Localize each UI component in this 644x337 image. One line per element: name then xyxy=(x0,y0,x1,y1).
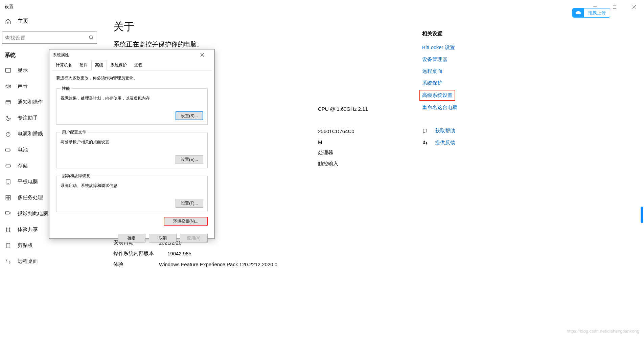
cloud-upload-icon xyxy=(573,8,584,17)
scrollbar-thumb[interactable] xyxy=(641,207,643,223)
sidebar-item-label: 电源和睡眠 xyxy=(18,131,43,137)
dialog-close-button[interactable] xyxy=(200,53,211,57)
svg-point-16 xyxy=(7,166,7,166)
dialog-hint: 要进行大多数更改，你必须作为管理员登录。 xyxy=(56,75,208,81)
tab-advanced[interactable]: 高级 xyxy=(91,61,107,70)
link-system-protection[interactable]: 系统保护 xyxy=(422,77,520,89)
performance-settings-button[interactable]: 设置(S)... xyxy=(176,111,203,120)
sidebar-item-label: 电池 xyxy=(18,147,28,153)
group-desc: 系统启动、系统故障和调试信息 xyxy=(61,183,203,189)
svg-rect-6 xyxy=(6,68,11,72)
svg-rect-21 xyxy=(6,198,8,200)
help-icon xyxy=(422,128,429,134)
sound-icon xyxy=(5,83,12,89)
clipboard-icon xyxy=(5,243,12,249)
spec-touch-fragment: 触控输入 xyxy=(318,161,338,167)
page-subtitle: 系统正在监控并保护你的电脑。 xyxy=(113,40,634,49)
notifications-icon xyxy=(5,99,12,105)
group-legend: 性能 xyxy=(61,86,71,91)
svg-rect-35 xyxy=(423,142,425,144)
spec-id-fragment: 25601CD764C0 xyxy=(318,128,354,134)
spec-value: 19042.985 xyxy=(167,251,191,256)
power-icon xyxy=(5,131,12,137)
system-properties-dialog: 系统属性 计算机名 硬件 高级 系统保护 远程 要进行大多数更改，你必须作为管理… xyxy=(49,49,215,239)
remote-icon xyxy=(5,258,12,265)
watermark: https://blog.csdn.net/dishengtiankong xyxy=(567,329,639,334)
display-icon xyxy=(5,67,12,73)
sidebar-item-label: 存储 xyxy=(18,163,28,169)
svg-point-36 xyxy=(426,142,427,143)
spec-processor-fragment: 处理器 xyxy=(318,150,333,156)
upload-badge[interactable]: 拖拽上传 xyxy=(572,8,610,18)
tab-system-protection[interactable]: 系统保护 xyxy=(107,61,131,70)
link-rename-pc[interactable]: 重命名这台电脑 xyxy=(422,102,520,113)
cancel-button[interactable]: 取消 xyxy=(149,234,177,243)
svg-line-5 xyxy=(92,38,93,39)
shared-icon xyxy=(5,227,12,233)
search-input-wrapper[interactable] xyxy=(2,31,97,44)
startup-recovery-settings-button[interactable]: 设置(T)... xyxy=(176,199,203,208)
help-label: 获取帮助 xyxy=(435,128,455,134)
svg-point-24 xyxy=(6,228,7,229)
upload-badge-label: 拖拽上传 xyxy=(584,10,610,16)
close-button[interactable] xyxy=(624,0,644,14)
svg-marker-8 xyxy=(6,84,8,88)
link-remote-desktop[interactable]: 远程桌面 xyxy=(422,65,520,77)
dialog-titlebar: 系统属性 xyxy=(49,49,214,60)
search-input[interactable] xyxy=(5,35,89,41)
link-bitlocker[interactable]: BitLocker 设置 xyxy=(422,42,520,54)
feedback-label: 提供反馈 xyxy=(435,140,455,146)
svg-point-26 xyxy=(6,231,7,232)
sidebar-item-label: 多任务处理 xyxy=(18,194,43,201)
tablet-icon xyxy=(5,179,12,185)
battery-icon xyxy=(5,147,12,153)
svg-point-34 xyxy=(423,141,425,142)
dialog-tabs: 计算机名 硬件 高级 系统保护 远程 xyxy=(52,60,212,70)
home-icon xyxy=(5,18,12,24)
group-legend: 用户配置文件 xyxy=(61,129,88,135)
svg-rect-22 xyxy=(8,198,10,200)
focus-icon xyxy=(5,115,12,121)
tab-computer-name[interactable]: 计算机名 xyxy=(52,61,76,70)
apply-button[interactable]: 应用(A) xyxy=(180,234,208,243)
tab-hardware[interactable]: 硬件 xyxy=(76,61,91,70)
sidebar-home-label: 主页 xyxy=(18,18,28,25)
page-title: 关于 xyxy=(113,20,634,34)
group-legend: 启动和故障恢复 xyxy=(61,173,92,179)
sidebar-item-label: 远程桌面 xyxy=(18,258,38,265)
sidebar-item-label: 体验共享 xyxy=(18,226,38,233)
project-icon xyxy=(5,211,12,217)
sidebar-item-label: 通知和操作 xyxy=(18,99,43,105)
svg-point-4 xyxy=(89,36,92,39)
sidebar-item-remote[interactable]: 远程桌面 xyxy=(0,253,103,266)
spec-label: 操作系统内部版本 xyxy=(113,250,167,257)
link-get-help[interactable]: 获取帮助 xyxy=(422,125,520,137)
sidebar-item-label: 平板电脑 xyxy=(18,178,38,185)
ok-button[interactable]: 确定 xyxy=(118,234,145,243)
sidebar-item-label: 专注助手 xyxy=(18,115,38,121)
spec-value: Windows Feature Experience Pack 120.2212… xyxy=(159,261,277,267)
tab-remote[interactable]: 远程 xyxy=(131,61,146,70)
spec-label: 体验 xyxy=(113,261,159,268)
window-titlebar: 设置 xyxy=(0,0,644,14)
sidebar-item-label: 剪贴板 xyxy=(18,242,33,249)
spec-m-fragment: M xyxy=(318,139,322,145)
sidebar-item-label: 声音 xyxy=(18,83,28,89)
svg-rect-37 xyxy=(426,143,428,144)
link-advanced-system-settings[interactable]: 高级系统设置 xyxy=(419,90,455,101)
environment-variables-button[interactable]: 环境变量(N)... xyxy=(164,217,208,226)
link-feedback[interactable]: 提供反馈 xyxy=(422,137,520,149)
dialog-footer: 确定 取消 应用(A) xyxy=(49,229,214,247)
user-profile-settings-button[interactable]: 设置(E)... xyxy=(176,155,203,164)
svg-point-25 xyxy=(9,228,10,229)
svg-rect-23 xyxy=(6,212,9,214)
svg-rect-13 xyxy=(6,149,10,151)
sidebar-item-label: 投影到此电脑 xyxy=(18,210,48,217)
group-desc: 视觉效果，处理器计划，内存使用，以及虚拟内存 xyxy=(61,96,203,101)
svg-rect-1 xyxy=(613,5,616,8)
link-device-manager[interactable]: 设备管理器 xyxy=(422,54,520,65)
storage-icon xyxy=(5,163,12,169)
sidebar-home[interactable]: 主页 xyxy=(0,14,103,28)
svg-rect-9 xyxy=(6,100,10,104)
window-title: 设置 xyxy=(5,4,14,10)
